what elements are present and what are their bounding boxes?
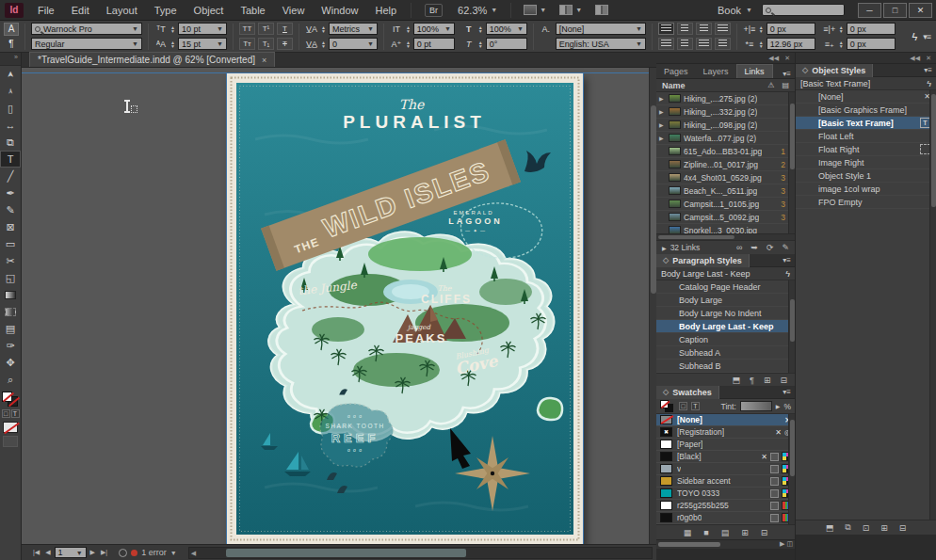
paragraph-style-subhead-a[interactable]: Subhead A <box>656 346 795 360</box>
bridge-button[interactable]: Br <box>425 4 443 17</box>
formatting-affects-container-button[interactable]: □ <box>2 409 10 418</box>
document-tab[interactable]: *TravelGuide_Intermediate.indd @ 62% [Co… <box>29 52 275 67</box>
menu-table[interactable]: Table <box>232 2 273 19</box>
swatch-toyo-0333[interactable]: TOYO 0333 <box>656 488 795 500</box>
minimize-button[interactable]: ─ <box>858 3 881 18</box>
links-scrollbar[interactable] <box>788 92 795 233</box>
go-to-link-icon[interactable]: ➥ <box>750 243 758 252</box>
hand-tool[interactable]: ✥ <box>0 354 21 371</box>
current-object-style[interactable]: [Basic Text Frame] ϟ <box>796 77 936 90</box>
character-formatting-toggle[interactable]: A <box>4 23 19 36</box>
pencil-tool[interactable]: ✎ <box>0 201 21 218</box>
menu-help[interactable]: Help <box>366 2 405 19</box>
close-panel-icon[interactable]: ✕ <box>784 55 790 62</box>
clear-overrides-icon[interactable]: ¶ <box>750 376 754 385</box>
subscript-button[interactable]: T₁ <box>258 38 274 50</box>
expand-icon[interactable]: ▶ <box>659 108 666 115</box>
document-page[interactable]: The PLURALIST THE WILD ISLES the Jungle <box>227 73 583 544</box>
gradient-swatch-tool[interactable] <box>0 286 21 303</box>
screen-mode-dropdown[interactable]: ▼ <box>553 5 589 15</box>
swatch-sidebar-accent[interactable]: Sidebar accent <box>656 475 795 488</box>
paragraph-styles-scrollbar[interactable] <box>788 280 795 373</box>
collapse-panels-icon[interactable]: ◀◀ <box>910 55 920 62</box>
justify-all-button[interactable] <box>696 38 712 50</box>
new-style-icon[interactable]: ⊞ <box>880 523 888 533</box>
object-style-fpo-empty[interactable]: FPO Empty <box>796 196 936 209</box>
apply-gradient-button[interactable] <box>3 436 18 447</box>
align-right-button[interactable] <box>696 23 712 35</box>
font-style-field[interactable]: Regular ▼ <box>31 38 142 50</box>
link-row-campsit-5-0092-jpg[interactable]: Campsit...5_0092.jpg3 <box>656 211 795 224</box>
tracking-stepper[interactable]: ▲▼ <box>321 40 326 48</box>
font-size-field[interactable]: 10 pt ▼ <box>178 23 227 35</box>
scissors-tool[interactable]: ✂ <box>0 252 21 269</box>
scroll-left-icon[interactable]: ◀ <box>191 550 196 557</box>
swatches-header[interactable]: ◇Swatches ▾≡ <box>656 386 795 399</box>
panel-menu-icon[interactable]: ▾≡ <box>779 388 795 396</box>
link-row-hiking-332-jpg-2[interactable]: ▶Hiking_,...332.jpg (2) <box>656 105 795 119</box>
object-style-object-style-1[interactable]: Object Style 1 <box>796 169 936 183</box>
justify-last-right-button[interactable] <box>677 38 693 50</box>
object-style-image-right[interactable]: Image Right <box>796 156 936 169</box>
menu-layout[interactable]: Layout <box>98 2 146 19</box>
object-style-float-left[interactable]: Float Left <box>796 130 936 143</box>
baseline-shift-stepper[interactable]: ▲▼ <box>406 40 411 48</box>
object-style-basic-graphics-frame[interactable]: [Basic Graphics Frame] <box>796 104 936 117</box>
quick-apply-icon[interactable]: ϟ <box>906 31 923 42</box>
line-tool[interactable]: ╱ <box>0 168 21 184</box>
page-tool[interactable]: ▯ <box>0 100 21 117</box>
type-tool[interactable]: T <box>0 151 21 168</box>
new-swatch-icon[interactable]: ⊞ <box>741 528 749 537</box>
delete-style-icon[interactable]: ⊟ <box>780 376 787 385</box>
panel-menu-icon[interactable]: ▾≡ <box>779 256 795 264</box>
first-page-button[interactable]: |◀ <box>31 549 41 556</box>
paragraph-style-subhead-b[interactable]: Subhead B <box>656 360 795 373</box>
align-left-button[interactable] <box>658 23 674 35</box>
leading-stepper[interactable]: ▲▼ <box>170 40 175 48</box>
delete-swatch-icon[interactable]: ⊟ <box>761 528 768 537</box>
link-row-4x4-shot01-0529-jpg[interactable]: 4x4_Shot01_0529.jpg3 <box>656 171 795 184</box>
all-caps-button[interactable]: TT <box>239 23 255 35</box>
horizontal-scale-stepper[interactable]: ▲▼ <box>478 25 483 33</box>
update-link-icon[interactable]: ⟳ <box>767 243 774 252</box>
justify-last-center-button[interactable] <box>658 38 674 50</box>
indent-left-field[interactable]: 0 px <box>767 23 815 35</box>
link-row-hiking-098-jpg-2[interactable]: ▶Hiking_,...098.jpg (2) <box>656 119 795 132</box>
free-transform-tool[interactable]: ◱ <box>0 269 21 286</box>
paragraph-style-body-large-last-keep[interactable]: Body Large Last - Keep <box>656 320 795 333</box>
link-row-zipline-01-0017-jpg[interactable]: Zipline...01_0017.jpg2 <box>656 158 795 171</box>
gap-tool[interactable]: ↔ <box>0 117 21 134</box>
object-styles-scrollbar[interactable] <box>929 90 936 520</box>
link-row-beach-k-0511-jpg[interactable]: Beach_K..._0511.jpg3 <box>656 184 795 198</box>
menu-view[interactable]: View <box>274 2 314 19</box>
apply-none-button[interactable] <box>3 422 18 433</box>
indent-first-line-stepper[interactable]: ▲▼ <box>759 40 764 48</box>
links-count[interactable]: ▶ 32 Links <box>662 243 700 252</box>
rectangle-tool[interactable]: ▭ <box>0 235 21 252</box>
skew-stepper[interactable]: ▲▼ <box>478 40 483 48</box>
workspace-switcher[interactable]: Book ▼ <box>708 5 762 16</box>
show-color-swatches-icon[interactable]: ■ <box>703 528 708 537</box>
horizontal-scale-field[interactable]: 100% ▼ <box>486 23 527 35</box>
clear-overrides-icon[interactable]: ⧉ <box>845 522 850 533</box>
document-close-icon[interactable]: × <box>262 56 266 65</box>
relink-icon[interactable]: ∞ <box>736 243 742 252</box>
indent-right-stepper[interactable]: ▲▼ <box>839 25 844 33</box>
links-horizontal-scrollbar[interactable] <box>656 233 795 240</box>
fill-swatch-none[interactable] <box>2 392 12 402</box>
content-collector-tool[interactable]: ⧉ <box>0 134 21 151</box>
object-styles-header[interactable]: ◇Object Styles ▾≡ <box>796 64 936 77</box>
swatch-black[interactable]: [Black]✕ <box>656 451 795 463</box>
clear-attributes-icon[interactable]: ⊡ <box>863 523 870 533</box>
zoom-level-dropdown[interactable]: 62.3% ▼ <box>450 5 505 16</box>
menu-object[interactable]: Object <box>186 2 233 19</box>
skew-field[interactable]: 0° <box>486 38 527 50</box>
object-style-none[interactable]: [None]✕ <box>796 90 936 104</box>
new-style-icon[interactable]: ⊞ <box>764 376 771 385</box>
scrollbar-thumb[interactable] <box>226 549 467 557</box>
swatch-registration[interactable]: [Registration]✕◎ <box>656 426 795 439</box>
style-group-icon[interactable]: ⬒ <box>733 376 741 385</box>
font-family-field[interactable]: Warnock Pro ▼ <box>31 23 142 35</box>
menu-file[interactable]: File <box>29 2 63 19</box>
leading-field[interactable]: 15 pt ▼ <box>178 38 227 50</box>
